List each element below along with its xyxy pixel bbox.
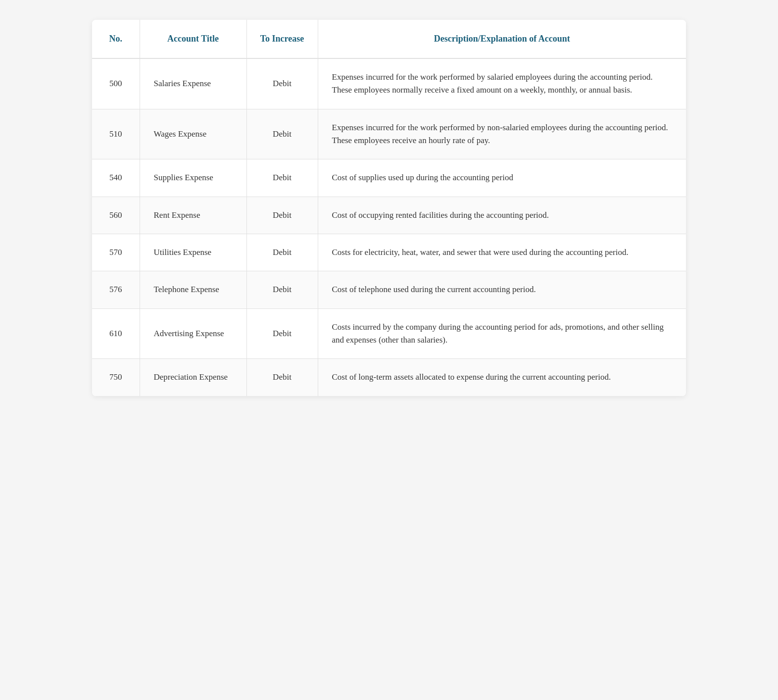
table-body: 500Salaries ExpenseDebitExpenses incurre… — [92, 58, 686, 396]
header-no: No. — [92, 20, 140, 58]
header-account-title: Account Title — [140, 20, 246, 58]
table-row: 560Rent ExpenseDebitCost of occupying re… — [92, 197, 686, 234]
cell-account-title: Advertising Expense — [140, 308, 246, 359]
cell-no: 576 — [92, 271, 140, 308]
table-row: 540Supplies ExpenseDebitCost of supplies… — [92, 159, 686, 197]
table-row: 500Salaries ExpenseDebitExpenses incurre… — [92, 58, 686, 109]
cell-description: Cost of telephone used during the curren… — [318, 271, 686, 308]
cell-account-title: Salaries Expense — [140, 58, 246, 109]
cell-description: Cost of occupying rented facilities duri… — [318, 197, 686, 234]
cell-account-title: Depreciation Expense — [140, 359, 246, 396]
table-row: 610Advertising ExpenseDebitCosts incurre… — [92, 308, 686, 359]
cell-account-title: Telephone Expense — [140, 271, 246, 308]
cell-description: Expenses incurred for the work performed… — [318, 58, 686, 109]
table-row: 576Telephone ExpenseDebitCost of telepho… — [92, 271, 686, 308]
cell-description: Cost of long-term assets allocated to ex… — [318, 359, 686, 396]
cell-to-increase: Debit — [246, 109, 318, 159]
cell-account-title: Supplies Expense — [140, 159, 246, 197]
cell-description: Costs for electricity, heat, water, and … — [318, 234, 686, 271]
table-row: 570Utilities ExpenseDebitCosts for elect… — [92, 234, 686, 271]
cell-description: Expenses incurred for the work performed… — [318, 109, 686, 159]
cell-no: 540 — [92, 159, 140, 197]
table-row: 510Wages ExpenseDebitExpenses incurred f… — [92, 109, 686, 159]
cell-no: 570 — [92, 234, 140, 271]
cell-to-increase: Debit — [246, 159, 318, 197]
cell-to-increase: Debit — [246, 58, 318, 109]
cell-account-title: Wages Expense — [140, 109, 246, 159]
table-row: 750Depreciation ExpenseDebitCost of long… — [92, 359, 686, 396]
cell-to-increase: Debit — [246, 308, 318, 359]
cell-no: 560 — [92, 197, 140, 234]
cell-no: 610 — [92, 308, 140, 359]
table-header-row: No. Account Title To Increase Descriptio… — [92, 20, 686, 58]
cell-description: Cost of supplies used up during the acco… — [318, 159, 686, 197]
main-table-container: No. Account Title To Increase Descriptio… — [92, 20, 686, 396]
cell-to-increase: Debit — [246, 197, 318, 234]
cell-to-increase: Debit — [246, 234, 318, 271]
cell-no: 750 — [92, 359, 140, 396]
cell-account-title: Rent Expense — [140, 197, 246, 234]
cell-to-increase: Debit — [246, 359, 318, 396]
cell-no: 500 — [92, 58, 140, 109]
cell-no: 510 — [92, 109, 140, 159]
cell-description: Costs incurred by the company during the… — [318, 308, 686, 359]
header-to-increase: To Increase — [246, 20, 318, 58]
cell-account-title: Utilities Expense — [140, 234, 246, 271]
header-description: Description/Explanation of Account — [318, 20, 686, 58]
cell-to-increase: Debit — [246, 271, 318, 308]
accounts-table: No. Account Title To Increase Descriptio… — [92, 20, 686, 396]
